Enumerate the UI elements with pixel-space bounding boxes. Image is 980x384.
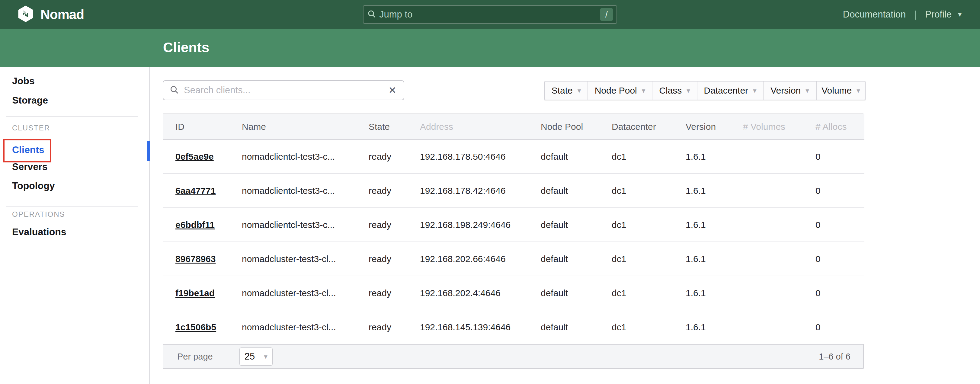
chevron-down-icon: ▾ [578, 87, 581, 95]
table-header-row: ID Name State Address Node Pool Datacent… [163, 114, 864, 139]
filter-datacenter[interactable]: Datacenter ▾ [697, 81, 763, 100]
sidebar: Jobs Storage CLUSTER Clients Servers Top… [0, 67, 150, 384]
client-allocs: 0 [803, 139, 864, 174]
client-address: 192.168.145.139:4646 [408, 310, 529, 344]
client-address: 192.168.178.50:4646 [408, 139, 529, 174]
client-id-link[interactable]: 0ef5ae9e [175, 151, 214, 161]
client-node-pool: default [529, 208, 600, 242]
column-header-address: Address [408, 114, 529, 139]
client-allocs: 0 [803, 208, 864, 242]
jump-to-search[interactable]: / [363, 5, 617, 24]
column-header-id[interactable]: ID [163, 114, 230, 139]
main-panel: ✕ State ▾ Node Pool ▾ Class ▾ Datacenter… [150, 67, 980, 384]
filter-version[interactable]: Version ▾ [763, 81, 816, 100]
navbar-right: Documentation | Profile ▼ [843, 9, 963, 20]
column-header-state[interactable]: State [356, 114, 408, 139]
table-footer: Per page 25 ▾ 1–6 of 6 [163, 344, 863, 368]
client-id-link[interactable]: f19be1ad [175, 288, 215, 298]
sidebar-item-servers[interactable]: Servers [12, 161, 48, 172]
client-node-pool: default [529, 276, 600, 310]
clients-search[interactable]: ✕ [163, 80, 404, 100]
client-version: 1.6.1 [674, 139, 731, 174]
client-node-pool: default [529, 139, 600, 174]
client-allocs: 0 [803, 174, 864, 208]
client-address: 192.168.202.4:4646 [408, 276, 529, 310]
brand-wordmark: Nomad [40, 7, 84, 22]
client-node-pool: default [529, 310, 600, 344]
client-id-link[interactable]: 6aa47771 [175, 186, 216, 196]
filter-state[interactable]: State ▾ [545, 81, 587, 100]
client-volumes [731, 174, 803, 208]
per-page-select[interactable]: 25 ▾ [239, 347, 273, 366]
column-header-name[interactable]: Name [230, 114, 356, 139]
client-volumes [731, 208, 803, 242]
sidebar-divider [6, 116, 138, 116]
client-address: 192.168.178.42:4646 [408, 174, 529, 208]
profile-menu[interactable]: Profile ▼ [925, 9, 963, 20]
client-id-link[interactable]: e6bdbf11 [175, 220, 215, 230]
per-page-label: Per page [177, 352, 213, 362]
nomad-logo[interactable]: Nomad [17, 5, 84, 24]
sidebar-item-topology[interactable]: Topology [12, 180, 55, 191]
sidebar-item-evaluations[interactable]: Evaluations [12, 226, 67, 237]
client-version: 1.6.1 [674, 276, 731, 310]
table-row[interactable]: e6bdbf11 nomadclientcl-test3-c... ready … [163, 208, 864, 242]
client-state: ready [356, 139, 408, 174]
page-header: Clients [0, 29, 980, 67]
search-icon [367, 10, 376, 20]
client-state: ready [356, 208, 408, 242]
sidebar-item-clients[interactable]: Clients [12, 144, 45, 156]
client-allocs: 0 [803, 310, 864, 344]
search-icon [169, 85, 179, 96]
client-id-link[interactable]: 89678963 [175, 254, 216, 264]
filter-bar: State ▾ Node Pool ▾ Class ▾ Datacenter ▾… [544, 81, 865, 100]
client-volumes [731, 310, 803, 344]
client-state: ready [356, 242, 408, 276]
chevron-down-icon: ▾ [753, 87, 757, 95]
filter-volume[interactable]: Volume ▾ [816, 81, 865, 100]
client-allocs: 0 [803, 276, 864, 310]
documentation-link[interactable]: Documentation [843, 9, 906, 20]
client-name: nomadcluster-test3-cl... [230, 276, 356, 310]
clients-search-input[interactable] [184, 85, 387, 96]
client-address: 192.168.198.249:4646 [408, 208, 529, 242]
sidebar-section-operations: OPERATIONS [12, 210, 65, 218]
clear-icon[interactable]: ✕ [387, 84, 398, 96]
column-header-datacenter[interactable]: Datacenter [600, 114, 674, 139]
table-row[interactable]: 6aa47771 nomadclientcl-test3-c... ready … [163, 174, 864, 208]
nomad-logo-icon [17, 5, 34, 24]
sidebar-divider [6, 206, 138, 207]
client-name: nomadcluster-test3-cl... [230, 310, 356, 344]
client-state: ready [356, 276, 408, 310]
table-row[interactable]: f19be1ad nomadcluster-test3-cl... ready … [163, 276, 864, 310]
chevron-down-icon: ▾ [856, 87, 860, 95]
client-version: 1.6.1 [674, 242, 731, 276]
client-allocs: 0 [803, 242, 864, 276]
jump-to-input[interactable] [379, 9, 600, 20]
table-row[interactable]: 1c1506b5 nomadcluster-test3-cl... ready … [163, 310, 864, 344]
client-id-link[interactable]: 1c1506b5 [175, 322, 216, 332]
pagination-range: 1–6 of 6 [819, 352, 851, 362]
column-header-allocs: # Allocs [803, 114, 864, 139]
client-version: 1.6.1 [674, 208, 731, 242]
client-datacenter: dc1 [600, 139, 674, 174]
table-row[interactable]: 89678963 nomadcluster-test3-cl... ready … [163, 242, 864, 276]
client-volumes [731, 276, 803, 310]
filter-node-pool[interactable]: Node Pool ▾ [587, 81, 652, 100]
table-row[interactable]: 0ef5ae9e nomadclientcl-test3-c... ready … [163, 139, 864, 174]
sidebar-item-storage[interactable]: Storage [12, 95, 48, 106]
column-header-node-pool[interactable]: Node Pool [529, 114, 600, 139]
filter-class[interactable]: Class ▾ [652, 81, 697, 100]
client-node-pool: default [529, 174, 600, 208]
column-header-version[interactable]: Version [674, 114, 731, 139]
client-volumes [731, 242, 803, 276]
profile-label: Profile [925, 9, 951, 20]
top-navbar: Nomad / Documentation | Profile ▼ [0, 0, 980, 29]
navbar-separator: | [914, 9, 916, 20]
sidebar-item-jobs[interactable]: Jobs [12, 75, 35, 87]
client-address: 192.168.202.66:4646 [408, 242, 529, 276]
column-header-volumes: # Volumes [731, 114, 803, 139]
client-version: 1.6.1 [674, 174, 731, 208]
chevron-down-icon: ▼ [956, 11, 963, 18]
chevron-down-icon: ▾ [642, 87, 646, 95]
